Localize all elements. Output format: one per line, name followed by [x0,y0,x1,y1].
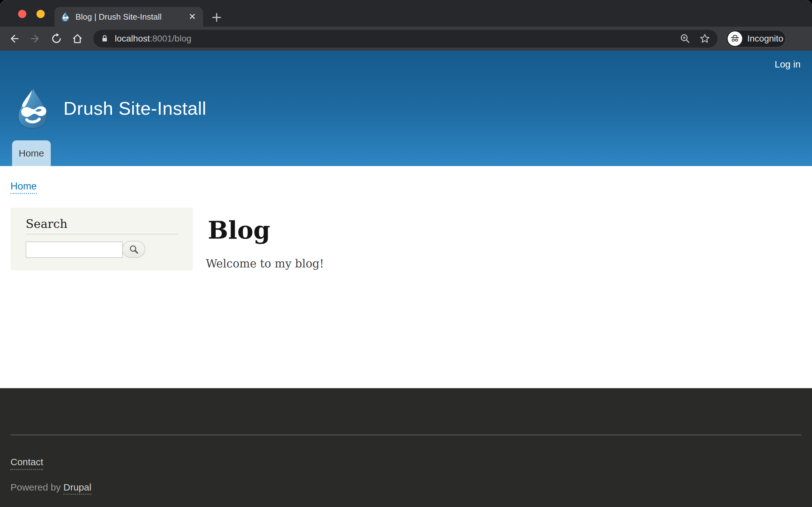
site-header: Log in Drush Site-Install Home [0,51,812,166]
window-close-button[interactable] [18,10,26,18]
search-block: Search [10,208,193,270]
forward-icon [30,33,42,45]
incognito-label: Incognito [747,34,783,44]
browser-window: Blog | Drush Site-Install ✕ [0,0,812,507]
tab-strip: Blog | Drush Site-Install ✕ [0,0,812,26]
tab-title: Blog | Drush Site-Install [75,12,188,22]
back-icon [8,33,20,45]
main-content-area: Home Search Blog Welcome to my blog! [0,166,812,388]
back-button[interactable] [4,27,24,50]
breadcrumb-home-link[interactable]: Home [10,181,37,194]
search-submit-button[interactable] [122,241,145,258]
search-input[interactable] [26,241,123,258]
search-title-divider [26,234,178,234]
zoom-icon [679,33,691,44]
powered-by-text: Powered by Drupal [10,482,91,493]
page-title: Blog [208,216,270,244]
search-icon [129,244,139,255]
breadcrumb: Home [10,181,37,192]
drupal-logo-icon[interactable] [15,87,50,129]
url-path: :8001/blog [150,34,192,43]
site-name[interactable]: Drush Site-Install [63,98,206,119]
main-menu-item-home[interactable]: Home [12,140,51,166]
main-menu-home-label: Home [19,148,44,159]
home-icon [71,33,84,45]
bookmark-star-button[interactable] [699,33,711,44]
reload-button[interactable] [46,27,67,50]
url-host: localhost [115,34,150,43]
contact-link[interactable]: Contact [10,457,43,470]
incognito-icon [728,32,742,46]
home-button[interactable] [67,27,88,50]
login-link[interactable]: Log in [774,59,801,70]
incognito-badge: Incognito [726,30,786,48]
plus-icon [211,12,222,23]
powered-by-prefix: Powered by [10,482,63,493]
site-footer: Contact Powered by Drupal [0,388,812,507]
forward-button[interactable] [26,27,46,50]
star-icon [699,33,711,44]
lock-icon [100,34,109,43]
browser-toolbar: localhost:8001/blog [0,26,812,51]
window-minimize-button[interactable] [37,10,45,18]
tab-close-button[interactable]: ✕ [188,11,197,22]
url-text: localhost:8001/blog [115,34,191,44]
reload-icon [50,33,62,45]
page-body-text: Welcome to my blog! [206,257,324,270]
page-zoom-button[interactable] [679,33,691,44]
address-bar[interactable]: localhost:8001/blog [93,30,717,48]
drupal-link[interactable]: Drupal [63,482,91,495]
drupal-favicon-icon [60,12,70,22]
browser-tab[interactable]: Blog | Drush Site-Install ✕ [55,7,203,26]
new-tab-button[interactable] [209,10,224,25]
search-block-title: Search [26,217,67,231]
footer-divider [10,435,802,435]
